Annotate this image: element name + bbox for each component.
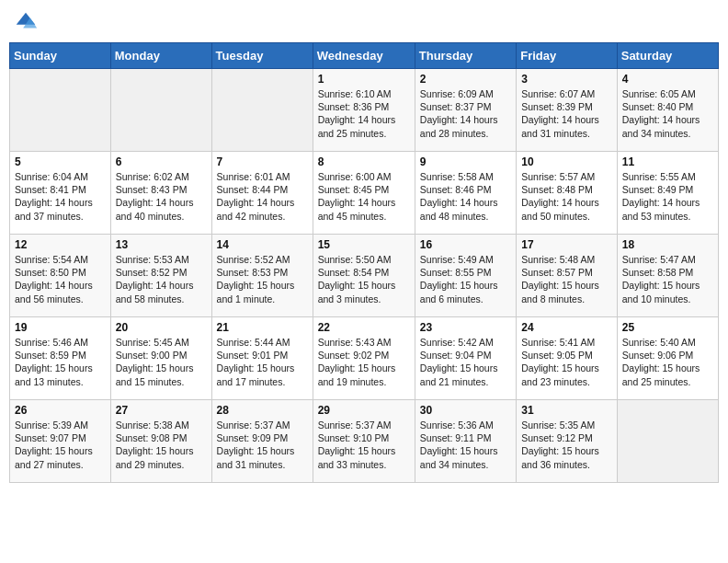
- calendar-cell: 13Sunrise: 5:53 AM Sunset: 8:52 PM Dayli…: [110, 235, 211, 317]
- calendar-cell: 31Sunrise: 5:35 AM Sunset: 9:12 PM Dayli…: [517, 400, 618, 483]
- day-number: 28: [217, 404, 308, 417]
- calendar-cell: 10Sunrise: 5:57 AM Sunset: 8:48 PM Dayli…: [517, 152, 618, 235]
- day-number: 13: [116, 238, 207, 251]
- day-info: Sunrise: 5:41 AM Sunset: 9:05 PM Dayligh…: [521, 336, 612, 388]
- calendar-cell: 1Sunrise: 6:10 AM Sunset: 8:36 PM Daylig…: [313, 69, 415, 152]
- day-number: 10: [521, 155, 612, 168]
- day-number: 14: [217, 238, 308, 251]
- day-info: Sunrise: 5:40 AM Sunset: 9:06 PM Dayligh…: [622, 336, 713, 388]
- day-number: 23: [420, 321, 511, 334]
- day-header-wednesday: Wednesday: [313, 43, 415, 69]
- calendar-cell: 8Sunrise: 6:00 AM Sunset: 8:45 PM Daylig…: [313, 152, 415, 235]
- header-row: SundayMondayTuesdayWednesdayThursdayFrid…: [10, 43, 719, 69]
- calendar-cell: 27Sunrise: 5:38 AM Sunset: 9:08 PM Dayli…: [110, 400, 211, 483]
- day-info: Sunrise: 5:44 AM Sunset: 9:01 PM Dayligh…: [217, 336, 308, 388]
- day-number: 25: [622, 321, 713, 334]
- page-header: [9, 9, 719, 35]
- calendar-week-4: 19Sunrise: 5:46 AM Sunset: 8:59 PM Dayli…: [10, 317, 719, 400]
- calendar-cell: 20Sunrise: 5:45 AM Sunset: 9:00 PM Dayli…: [110, 317, 211, 400]
- calendar-cell: 16Sunrise: 5:49 AM Sunset: 8:55 PM Dayli…: [415, 235, 516, 317]
- day-info: Sunrise: 5:47 AM Sunset: 8:58 PM Dayligh…: [622, 253, 713, 305]
- day-number: 27: [116, 404, 207, 417]
- calendar-cell: 18Sunrise: 5:47 AM Sunset: 8:58 PM Dayli…: [617, 235, 718, 317]
- day-info: Sunrise: 5:46 AM Sunset: 8:59 PM Dayligh…: [15, 336, 106, 388]
- day-info: Sunrise: 5:35 AM Sunset: 9:12 PM Dayligh…: [521, 419, 612, 471]
- calendar-week-3: 12Sunrise: 5:54 AM Sunset: 8:50 PM Dayli…: [10, 235, 719, 317]
- day-info: Sunrise: 5:48 AM Sunset: 8:57 PM Dayligh…: [521, 253, 612, 305]
- calendar-cell: 23Sunrise: 5:42 AM Sunset: 9:04 PM Dayli…: [415, 317, 516, 400]
- day-info: Sunrise: 5:53 AM Sunset: 8:52 PM Dayligh…: [116, 253, 207, 305]
- calendar-cell: 6Sunrise: 6:02 AM Sunset: 8:43 PM Daylig…: [110, 152, 211, 235]
- day-info: Sunrise: 5:58 AM Sunset: 8:46 PM Dayligh…: [420, 170, 511, 223]
- day-info: Sunrise: 6:04 AM Sunset: 8:41 PM Dayligh…: [15, 170, 106, 223]
- day-number: 11: [622, 155, 713, 168]
- day-number: 30: [420, 404, 511, 417]
- calendar-cell: 3Sunrise: 6:07 AM Sunset: 8:39 PM Daylig…: [517, 69, 618, 152]
- day-info: Sunrise: 5:55 AM Sunset: 8:49 PM Dayligh…: [622, 170, 713, 223]
- day-header-sunday: Sunday: [10, 43, 111, 69]
- day-info: Sunrise: 6:09 AM Sunset: 8:37 PM Dayligh…: [420, 87, 511, 140]
- day-info: Sunrise: 5:42 AM Sunset: 9:04 PM Dayligh…: [420, 336, 511, 388]
- day-info: Sunrise: 5:54 AM Sunset: 8:50 PM Dayligh…: [15, 253, 106, 305]
- calendar-cell: 5Sunrise: 6:04 AM Sunset: 8:41 PM Daylig…: [10, 152, 111, 235]
- day-header-saturday: Saturday: [617, 43, 718, 69]
- day-number: 7: [217, 155, 308, 168]
- calendar-cell: 4Sunrise: 6:05 AM Sunset: 8:40 PM Daylig…: [617, 69, 718, 152]
- day-info: Sunrise: 6:01 AM Sunset: 8:44 PM Dayligh…: [217, 170, 308, 223]
- day-info: Sunrise: 6:05 AM Sunset: 8:40 PM Dayligh…: [622, 87, 713, 140]
- calendar-cell: 26Sunrise: 5:39 AM Sunset: 9:07 PM Dayli…: [10, 400, 111, 483]
- calendar-cell: 9Sunrise: 5:58 AM Sunset: 8:46 PM Daylig…: [415, 152, 516, 235]
- day-info: Sunrise: 5:50 AM Sunset: 8:54 PM Dayligh…: [318, 253, 410, 305]
- day-info: Sunrise: 5:38 AM Sunset: 9:08 PM Dayligh…: [116, 419, 207, 471]
- calendar-cell: 2Sunrise: 6:09 AM Sunset: 8:37 PM Daylig…: [415, 69, 516, 152]
- calendar-cell: 14Sunrise: 5:52 AM Sunset: 8:53 PM Dayli…: [211, 235, 313, 317]
- day-info: Sunrise: 5:36 AM Sunset: 9:11 PM Dayligh…: [420, 419, 511, 471]
- calendar-cell: 12Sunrise: 5:54 AM Sunset: 8:50 PM Dayli…: [10, 235, 111, 317]
- day-number: 19: [15, 321, 106, 334]
- day-info: Sunrise: 5:57 AM Sunset: 8:48 PM Dayligh…: [521, 170, 612, 223]
- calendar-week-1: 1Sunrise: 6:10 AM Sunset: 8:36 PM Daylig…: [10, 69, 719, 152]
- day-info: Sunrise: 5:37 AM Sunset: 9:10 PM Dayligh…: [318, 419, 410, 471]
- calendar-cell: [110, 69, 211, 152]
- day-number: 20: [116, 321, 207, 334]
- calendar-header: SundayMondayTuesdayWednesdayThursdayFrid…: [10, 43, 719, 69]
- day-info: Sunrise: 5:49 AM Sunset: 8:55 PM Dayligh…: [420, 253, 511, 305]
- calendar-week-5: 26Sunrise: 5:39 AM Sunset: 9:07 PM Dayli…: [10, 400, 719, 483]
- day-number: 15: [318, 238, 410, 251]
- calendar-cell: 21Sunrise: 5:44 AM Sunset: 9:01 PM Dayli…: [211, 317, 313, 400]
- calendar-cell: 17Sunrise: 5:48 AM Sunset: 8:57 PM Dayli…: [517, 235, 618, 317]
- calendar-cell: 19Sunrise: 5:46 AM Sunset: 8:59 PM Dayli…: [10, 317, 111, 400]
- day-number: 31: [521, 404, 612, 417]
- calendar-cell: 22Sunrise: 5:43 AM Sunset: 9:02 PM Dayli…: [313, 317, 415, 400]
- day-header-friday: Friday: [517, 43, 618, 69]
- day-number: 18: [622, 238, 713, 251]
- day-number: 8: [318, 155, 410, 168]
- calendar-cell: [617, 400, 718, 483]
- day-info: Sunrise: 5:39 AM Sunset: 9:07 PM Dayligh…: [15, 419, 106, 471]
- day-number: 3: [521, 73, 612, 86]
- logo: [13, 9, 40, 35]
- calendar-body: 1Sunrise: 6:10 AM Sunset: 8:36 PM Daylig…: [10, 69, 719, 483]
- calendar-cell: 24Sunrise: 5:41 AM Sunset: 9:05 PM Dayli…: [517, 317, 618, 400]
- day-header-tuesday: Tuesday: [211, 43, 313, 69]
- day-number: 9: [420, 155, 511, 168]
- day-header-monday: Monday: [110, 43, 211, 69]
- day-info: Sunrise: 5:37 AM Sunset: 9:09 PM Dayligh…: [217, 419, 308, 471]
- calendar-cell: 11Sunrise: 5:55 AM Sunset: 8:49 PM Dayli…: [617, 152, 718, 235]
- day-number: 21: [217, 321, 308, 334]
- day-header-thursday: Thursday: [415, 43, 516, 69]
- day-info: Sunrise: 5:52 AM Sunset: 8:53 PM Dayligh…: [217, 253, 308, 305]
- day-info: Sunrise: 5:45 AM Sunset: 9:00 PM Dayligh…: [116, 336, 207, 388]
- day-number: 26: [15, 404, 106, 417]
- calendar-cell: 29Sunrise: 5:37 AM Sunset: 9:10 PM Dayli…: [313, 400, 415, 483]
- calendar-cell: 15Sunrise: 5:50 AM Sunset: 8:54 PM Dayli…: [313, 235, 415, 317]
- calendar-cell: [10, 69, 111, 152]
- logo-icon: [13, 9, 39, 35]
- day-number: 24: [521, 321, 612, 334]
- calendar-cell: 28Sunrise: 5:37 AM Sunset: 9:09 PM Dayli…: [211, 400, 313, 483]
- calendar-cell: 30Sunrise: 5:36 AM Sunset: 9:11 PM Dayli…: [415, 400, 516, 483]
- day-number: 22: [318, 321, 410, 334]
- day-number: 6: [116, 155, 207, 168]
- day-info: Sunrise: 5:43 AM Sunset: 9:02 PM Dayligh…: [318, 336, 410, 388]
- day-number: 17: [521, 238, 612, 251]
